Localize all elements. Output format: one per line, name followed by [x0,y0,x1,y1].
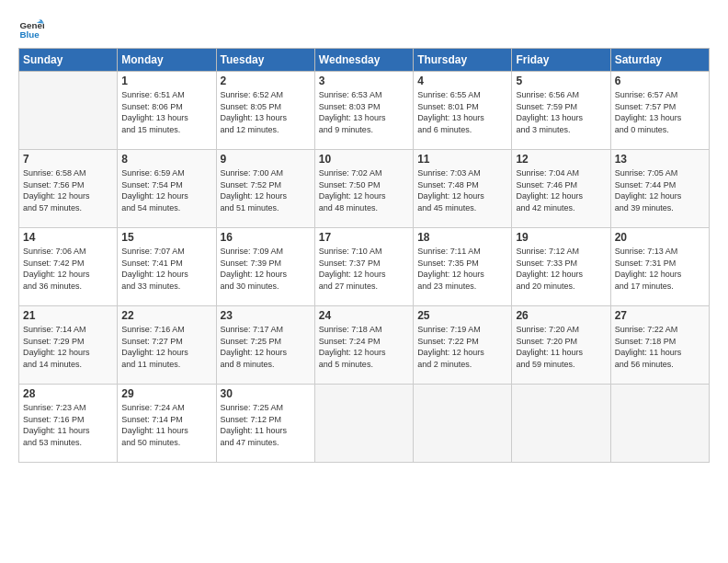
day-info: Sunrise: 7:06 AM Sunset: 7:42 PM Dayligh… [23,246,113,292]
day-info: Sunrise: 7:17 AM Sunset: 7:25 PM Dayligh… [221,324,311,370]
day-info: Sunrise: 7:00 AM Sunset: 7:52 PM Dayligh… [221,167,311,213]
calendar-cell: 22Sunrise: 7:16 AM Sunset: 7:27 PM Dayli… [118,306,216,385]
calendar-cell: 26Sunrise: 7:20 AM Sunset: 7:20 PM Dayli… [512,306,610,385]
calendar-week-3: 14Sunrise: 7:06 AM Sunset: 7:42 PM Dayli… [19,228,710,306]
calendar-cell: 3Sunrise: 6:53 AM Sunset: 8:03 PM Daylig… [314,72,413,150]
calendar-cell: 17Sunrise: 7:10 AM Sunset: 7:37 PM Dayli… [314,228,413,306]
calendar-cell: 20Sunrise: 7:13 AM Sunset: 7:31 PM Dayli… [610,228,709,306]
calendar-cell: 18Sunrise: 7:11 AM Sunset: 7:35 PM Dayli… [414,228,512,306]
weekday-header-saturday: Saturday [610,49,709,72]
calendar-cell: 29Sunrise: 7:24 AM Sunset: 7:14 PM Dayli… [118,385,216,463]
weekday-header-friday: Friday [512,49,610,72]
svg-text:Blue: Blue [19,29,40,40]
day-info: Sunrise: 7:14 AM Sunset: 7:29 PM Dayligh… [23,324,113,370]
day-number: 21 [23,309,113,322]
calendar-week-5: 28Sunrise: 7:23 AM Sunset: 7:16 PM Dayli… [19,385,710,463]
day-number: 4 [417,75,507,87]
day-info: Sunrise: 6:58 AM Sunset: 7:56 PM Dayligh… [23,167,113,213]
day-info: Sunrise: 7:19 AM Sunset: 7:22 PM Dayligh… [417,324,507,370]
calendar-cell: 5Sunrise: 6:56 AM Sunset: 7:59 PM Daylig… [512,72,610,150]
day-info: Sunrise: 7:20 AM Sunset: 7:20 PM Dayligh… [516,324,606,370]
day-number: 11 [417,153,507,166]
day-number: 7 [23,153,113,166]
day-info: Sunrise: 7:24 AM Sunset: 7:14 PM Dayligh… [121,402,211,448]
day-info: Sunrise: 7:11 AM Sunset: 7:35 PM Dayligh… [417,246,507,292]
day-info: Sunrise: 7:22 AM Sunset: 7:18 PM Dayligh… [615,324,705,370]
calendar-week-2: 7Sunrise: 6:58 AM Sunset: 7:56 PM Daylig… [19,150,710,228]
day-number: 9 [221,153,311,166]
day-number: 26 [516,309,606,322]
day-number: 20 [615,231,705,244]
day-info: Sunrise: 7:10 AM Sunset: 7:37 PM Dayligh… [319,246,409,292]
calendar-cell: 10Sunrise: 7:02 AM Sunset: 7:50 PM Dayli… [314,150,413,228]
day-number: 28 [23,387,113,400]
day-info: Sunrise: 6:51 AM Sunset: 8:06 PM Dayligh… [121,89,211,135]
calendar-cell: 27Sunrise: 7:22 AM Sunset: 7:18 PM Dayli… [610,306,709,385]
day-number: 18 [417,231,507,244]
calendar-cell: 14Sunrise: 7:06 AM Sunset: 7:42 PM Dayli… [19,228,118,306]
day-info: Sunrise: 7:23 AM Sunset: 7:16 PM Dayligh… [23,402,113,448]
calendar-cell: 16Sunrise: 7:09 AM Sunset: 7:39 PM Dayli… [216,228,314,306]
day-info: Sunrise: 6:59 AM Sunset: 7:54 PM Dayligh… [121,167,211,213]
weekday-header-tuesday: Tuesday [216,49,314,72]
day-info: Sunrise: 6:56 AM Sunset: 7:59 PM Dayligh… [516,89,606,135]
calendar-cell: 24Sunrise: 7:18 AM Sunset: 7:24 PM Dayli… [314,306,413,385]
main-container: General Blue SundayMondayTuesdayWednesda… [0,0,728,472]
calendar-cell [19,72,118,150]
day-number: 16 [221,231,311,244]
day-info: Sunrise: 6:52 AM Sunset: 8:05 PM Dayligh… [221,89,311,135]
day-number: 19 [516,231,606,244]
calendar-cell: 25Sunrise: 7:19 AM Sunset: 7:22 PM Dayli… [414,306,512,385]
day-number: 23 [221,309,311,322]
day-number: 29 [121,387,211,400]
day-info: Sunrise: 6:53 AM Sunset: 8:03 PM Dayligh… [319,89,409,135]
day-number: 30 [221,387,311,400]
day-info: Sunrise: 7:05 AM Sunset: 7:44 PM Dayligh… [615,167,705,213]
day-number: 3 [319,75,409,87]
calendar-cell: 23Sunrise: 7:17 AM Sunset: 7:25 PM Dayli… [216,306,314,385]
day-info: Sunrise: 6:57 AM Sunset: 7:57 PM Dayligh… [615,89,705,135]
calendar-cell: 12Sunrise: 7:04 AM Sunset: 7:46 PM Dayli… [512,150,610,228]
day-number: 15 [121,231,211,244]
weekday-header-row: SundayMondayTuesdayWednesdayThursdayFrid… [19,49,710,72]
calendar-cell: 21Sunrise: 7:14 AM Sunset: 7:29 PM Dayli… [19,306,118,385]
day-info: Sunrise: 7:25 AM Sunset: 7:12 PM Dayligh… [221,402,311,448]
day-number: 2 [221,75,311,87]
day-info: Sunrise: 6:55 AM Sunset: 8:01 PM Dayligh… [417,89,507,135]
day-info: Sunrise: 7:02 AM Sunset: 7:50 PM Dayligh… [319,167,409,213]
weekday-header-monday: Monday [118,49,216,72]
day-number: 22 [121,309,211,322]
day-number: 25 [417,309,507,322]
day-info: Sunrise: 7:03 AM Sunset: 7:48 PM Dayligh… [417,167,507,213]
day-info: Sunrise: 7:13 AM Sunset: 7:31 PM Dayligh… [615,246,705,292]
day-info: Sunrise: 7:12 AM Sunset: 7:33 PM Dayligh… [516,246,606,292]
day-number: 8 [121,153,211,166]
weekday-header-sunday: Sunday [19,49,118,72]
calendar-table: SundayMondayTuesdayWednesdayThursdayFrid… [18,48,710,463]
day-number: 5 [516,75,606,87]
calendar-cell: 2Sunrise: 6:52 AM Sunset: 8:05 PM Daylig… [216,72,314,150]
day-info: Sunrise: 7:04 AM Sunset: 7:46 PM Dayligh… [516,167,606,213]
calendar-cell [314,385,413,463]
calendar-cell [512,385,610,463]
header: General Blue [18,15,710,40]
day-number: 12 [516,153,606,166]
calendar-cell: 11Sunrise: 7:03 AM Sunset: 7:48 PM Dayli… [414,150,512,228]
day-number: 1 [121,75,211,87]
calendar-cell: 15Sunrise: 7:07 AM Sunset: 7:41 PM Dayli… [118,228,216,306]
day-number: 10 [319,153,409,166]
calendar-cell: 7Sunrise: 6:58 AM Sunset: 7:56 PM Daylig… [19,150,118,228]
calendar-cell: 8Sunrise: 6:59 AM Sunset: 7:54 PM Daylig… [118,150,216,228]
day-info: Sunrise: 7:18 AM Sunset: 7:24 PM Dayligh… [319,324,409,370]
day-number: 27 [615,309,705,322]
calendar-cell: 13Sunrise: 7:05 AM Sunset: 7:44 PM Dayli… [610,150,709,228]
calendar-cell: 6Sunrise: 6:57 AM Sunset: 7:57 PM Daylig… [610,72,709,150]
calendar-week-4: 21Sunrise: 7:14 AM Sunset: 7:29 PM Dayli… [19,306,710,385]
day-info: Sunrise: 7:16 AM Sunset: 7:27 PM Dayligh… [121,324,211,370]
calendar-cell [610,385,709,463]
day-number: 14 [23,231,113,244]
day-number: 17 [319,231,409,244]
logo-icon: General Blue [18,15,44,40]
logo: General Blue [18,15,48,40]
weekday-header-thursday: Thursday [414,49,512,72]
